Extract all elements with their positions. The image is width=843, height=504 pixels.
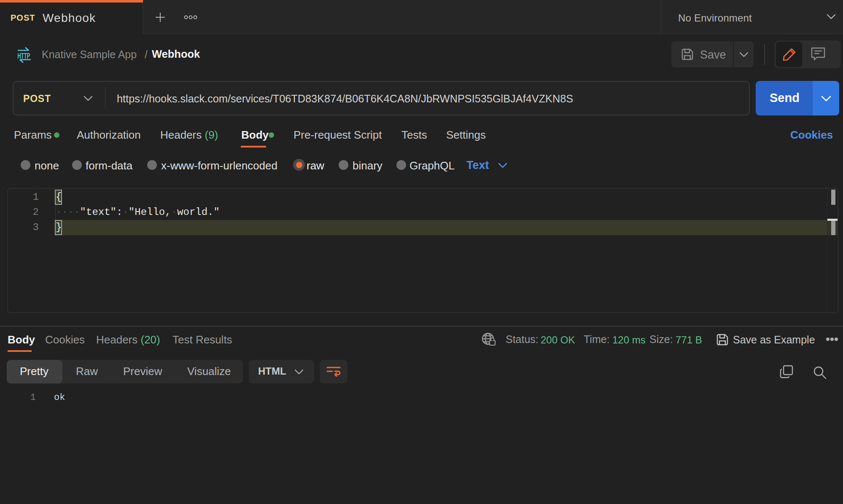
svg-text:HTTP: HTTP	[18, 52, 30, 60]
